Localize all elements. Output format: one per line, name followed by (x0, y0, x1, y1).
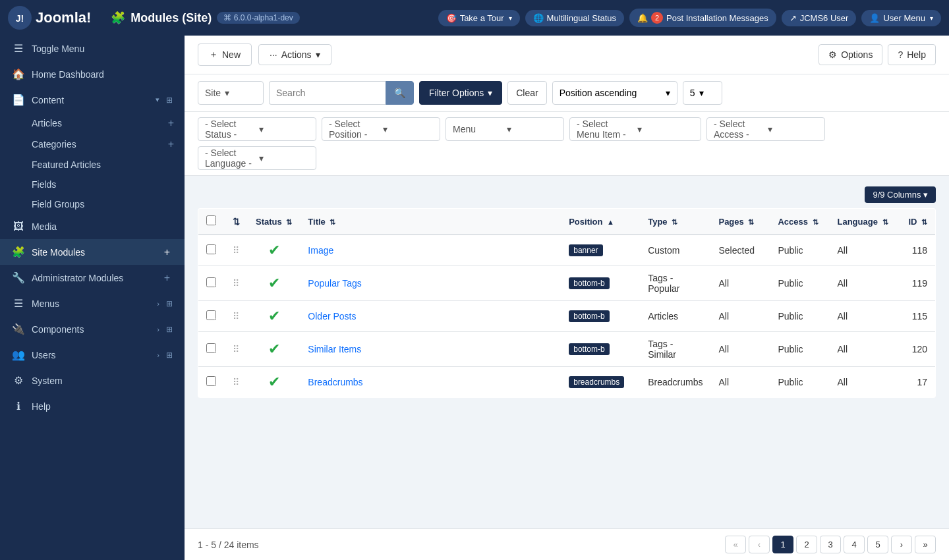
sidebar-item-field-groups[interactable]: Field Groups (32, 194, 185, 214)
row-position: bottom-b (561, 301, 640, 332)
columns-button[interactable]: 9/9 Columns ▾ (865, 186, 936, 203)
module-title-link[interactable]: Similar Items (308, 344, 361, 354)
add-article-button[interactable]: + (165, 117, 177, 129)
page-1-button[interactable]: 1 (772, 536, 793, 553)
row-type: Custom (640, 235, 710, 266)
row-pages: All (710, 332, 770, 367)
select-position-filter[interactable]: - Select Position - ▾ (322, 117, 440, 141)
page-first-button[interactable]: « (725, 536, 746, 553)
row-drag-handle[interactable]: ⠿ (224, 266, 248, 301)
col-header-pages[interactable]: Pages ⇅ (710, 209, 770, 235)
row-drag-handle[interactable]: ⠿ (224, 301, 248, 332)
row-access: Public (770, 235, 829, 266)
options-button[interactable]: ⚙ Options (819, 44, 882, 65)
page-4-button[interactable]: 4 (844, 536, 865, 553)
sidebar-item-home[interactable]: 🏠 Home Dashboard (0, 61, 185, 87)
sidebar-item-admin-modules[interactable]: 🔧 Administrator Modules + (0, 265, 185, 291)
add-site-module-button[interactable]: + (161, 246, 173, 258)
select-all-checkbox[interactable] (206, 215, 216, 225)
sidebar-item-help[interactable]: ℹ Help (0, 393, 185, 419)
page-3-button[interactable]: 3 (820, 536, 841, 553)
module-title-link[interactable]: Breadcrumbs (308, 377, 362, 387)
row-checkbox-3[interactable] (206, 343, 216, 353)
sidebar-item-system[interactable]: ⚙ System (0, 368, 185, 393)
sidebar-item-menus[interactable]: ☰ Menus › ⊞ (0, 291, 185, 316)
help-button[interactable]: ? Help (888, 44, 936, 65)
menu-filter[interactable]: Menu ▾ (446, 117, 564, 141)
gear-icon: ⚙ (828, 49, 837, 60)
col-header-type[interactable]: Type ⇅ (640, 209, 710, 235)
page-next-button[interactable]: › (891, 536, 912, 553)
user-menu-button[interactable]: 👤 User Menu ▾ (861, 10, 941, 26)
sidebar-item-content[interactable]: 📄 Content ▾ ⊞ (0, 87, 185, 113)
new-button[interactable]: ＋ New (198, 43, 252, 66)
multilingual-button[interactable]: 🌐 Multilingual Status (525, 10, 625, 26)
sidebar-item-featured[interactable]: Featured Articles (32, 155, 185, 175)
chevron-down-icon: ▾ (225, 88, 229, 98)
select-language-filter[interactable]: - Select Language - ▾ (198, 146, 316, 170)
page-2-button[interactable]: 2 (796, 536, 817, 553)
col-header-status[interactable]: Status ⇅ (248, 209, 300, 235)
take-tour-button[interactable]: 🎯 Take a Tour ▾ (438, 10, 520, 26)
col-header-position[interactable]: Position ▲ (561, 209, 640, 235)
sidebar-item-media[interactable]: 🖼 Media (0, 214, 185, 239)
sidebar-item-fields[interactable]: Fields (32, 175, 185, 194)
sidebar-item-categories[interactable]: Categories + (32, 134, 185, 155)
row-drag-handle[interactable]: ⠿ (224, 235, 248, 266)
notifications-button[interactable]: 🔔 2 Post Installation Messages (629, 9, 776, 27)
filter-options-button[interactable]: Filter Options ▾ (419, 81, 502, 105)
row-checkbox-2[interactable] (206, 310, 216, 320)
col-header-title[interactable]: Title ⇅ (300, 209, 561, 235)
columns-btn-area: 9/9 Columns ▾ (198, 186, 936, 203)
sidebar-item-articles[interactable]: Articles + (32, 113, 185, 134)
add-admin-module-button[interactable]: + (161, 272, 173, 284)
row-position: bottom-b (561, 332, 640, 367)
page-5-button[interactable]: 5 (867, 536, 888, 553)
row-drag-handle[interactable]: ⠿ (224, 367, 248, 398)
jcms-user-button[interactable]: ↗ JCMS6 User (782, 10, 857, 26)
module-title-link[interactable]: Older Posts (308, 311, 356, 322)
users-icon: 👥 (12, 349, 25, 361)
page-prev-button[interactable]: ‹ (749, 536, 770, 553)
sidebar-item-users[interactable]: 👥 Users › ⊞ (0, 342, 185, 368)
search-button[interactable]: 🔍 (386, 81, 414, 105)
plus-icon: ＋ (209, 49, 218, 61)
content-icon: 📄 (12, 94, 25, 106)
row-access: Public (770, 301, 829, 332)
select-status-filter[interactable]: - Select Status - ▾ (198, 117, 316, 141)
logo[interactable]: J! Joomla! (8, 6, 91, 30)
sort-icon: ⇅ (286, 218, 292, 226)
add-category-button[interactable]: + (165, 138, 177, 150)
select-menu-item-filter[interactable]: - Select Menu Item - ▾ (569, 117, 701, 141)
menus-icon: ☰ (12, 297, 25, 310)
sort-select[interactable]: Position ascending ▾ (552, 81, 677, 105)
row-pages: Selected (710, 235, 770, 266)
sort-icon: ⇅ (672, 218, 677, 226)
row-checkbox-0[interactable] (206, 244, 216, 254)
row-checkbox-1[interactable] (206, 277, 216, 287)
page-last-button[interactable]: » (915, 536, 936, 553)
row-check-cell (198, 301, 225, 332)
per-page-select[interactable]: 5 ▾ (683, 81, 722, 105)
select-access-filter[interactable]: - Select Access - ▾ (706, 117, 825, 141)
chevron-down-icon: ▾ (637, 124, 694, 134)
actions-button[interactable]: ··· Actions ▾ (258, 44, 331, 65)
col-header-id[interactable]: ID ⇅ (896, 209, 936, 235)
row-title: Similar Items (300, 332, 561, 367)
row-drag-handle[interactable]: ⠿ (224, 332, 248, 367)
col-header-language[interactable]: Language ⇅ (829, 209, 896, 235)
row-checkbox-4[interactable] (206, 376, 216, 386)
sidebar-item-site-modules[interactable]: 🧩 Site Modules + (0, 239, 185, 265)
module-title-link[interactable]: Image (308, 245, 333, 256)
sidebar-item-components[interactable]: 🔌 Components › ⊞ (0, 316, 185, 342)
row-title: Breadcrumbs (300, 367, 561, 398)
col-header-access[interactable]: Access ⇅ (770, 209, 829, 235)
site-filter[interactable]: Site ▾ (198, 81, 264, 105)
sidebar-item-toggle-menu[interactable]: ☰ Toggle Menu (0, 36, 185, 61)
components-icon: 🔌 (12, 323, 25, 335)
clear-button[interactable]: Clear (507, 81, 546, 105)
help-icon: ℹ (12, 400, 25, 412)
row-pages: All (710, 266, 770, 301)
search-input[interactable] (269, 81, 386, 105)
module-title-link[interactable]: Popular Tags (308, 278, 361, 289)
